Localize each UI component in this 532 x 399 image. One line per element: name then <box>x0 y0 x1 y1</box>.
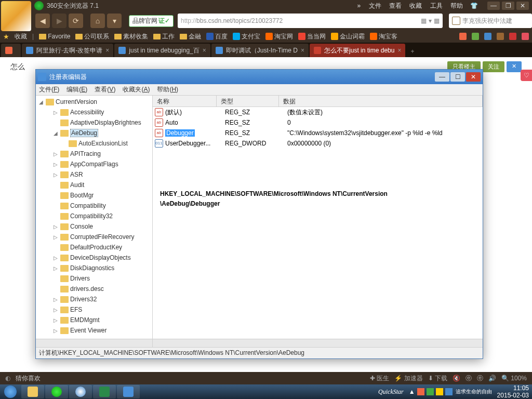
list-header[interactable]: 名称 类型 数据 <box>153 96 483 107</box>
tree-node[interactable]: ▷DeviceDisplayObjects <box>36 252 152 263</box>
home-button[interactable]: ⌂ <box>90 14 105 28</box>
bookmark-kingsoft[interactable]: 金山词霸 <box>331 32 365 41</box>
tree-node[interactable]: ▷AppCompatFlags <box>36 159 152 169</box>
bookmark-baidu[interactable]: 百度 <box>206 32 228 41</box>
menu-help[interactable]: 帮助(H) <box>157 85 178 94</box>
system-tray[interactable]: ▲ <box>409 388 456 395</box>
ext-icon[interactable] <box>497 33 504 40</box>
tree-node[interactable]: DefaultProductKey <box>36 242 152 252</box>
ie-mode-icon-2[interactable]: ⓔ <box>477 374 483 383</box>
tree-node[interactable]: Audit <box>36 180 152 190</box>
menu-edit[interactable]: 编辑(E) <box>66 85 87 94</box>
tab-close-icon[interactable]: × <box>203 47 206 54</box>
tree-node[interactable]: AdaptiveDisplayBrightnes <box>36 117 152 128</box>
guess-you-like[interactable]: 猜你喜欢 <box>16 374 41 383</box>
tab-pinned[interactable] <box>1 44 21 57</box>
search-engine-icon[interactable] <box>452 17 460 25</box>
favorites-star-icon[interactable]: ★ <box>3 33 9 41</box>
tree-node[interactable]: drivers.desc <box>36 284 152 294</box>
tab-close-icon[interactable]: × <box>105 47 109 54</box>
new-tab-button[interactable]: + <box>406 46 418 57</box>
ext-icon[interactable] <box>472 33 479 40</box>
registry-value-row[interactable]: abAutoREG_SZ0 <box>153 117 483 128</box>
zoom-label[interactable]: 🔍 100% <box>501 375 527 382</box>
avatar[interactable] <box>1 1 31 31</box>
tree-node[interactable]: ◢AeDebug <box>36 128 152 138</box>
doctor-button[interactable]: ✚ 医生 <box>370 374 389 383</box>
menu-file[interactable]: 文件(F) <box>39 85 59 94</box>
tray-icon[interactable] <box>417 388 424 395</box>
registry-value-row[interactable]: ab(默认)REG_SZ(数值未设置) <box>153 107 483 117</box>
menu-more[interactable]: » <box>357 2 361 9</box>
tree-node[interactable]: ▷Drivers32 <box>36 294 152 304</box>
tab-alitrip[interactable]: 阿里旅行·去啊-改签申请× <box>22 44 113 57</box>
ext-icon[interactable] <box>484 33 491 40</box>
back-button[interactable]: ◀ <box>35 14 50 28</box>
registry-tree[interactable]: ◢CurrentVersion ▷AccessibilityAdaptiveDi… <box>36 96 153 347</box>
volume-icon[interactable]: 🔊 <box>488 375 496 382</box>
ie-mode-icon[interactable]: ⓔ <box>466 374 472 383</box>
tree-node[interactable]: AutoExclusionList <box>36 138 152 149</box>
ext-icon[interactable] <box>522 33 529 40</box>
maximize-button[interactable]: ❐ <box>502 2 514 10</box>
list-scrollbar[interactable] <box>153 339 483 347</box>
close-button[interactable]: ✕ <box>516 2 529 10</box>
col-data[interactable]: 数据 <box>279 96 483 107</box>
brand-badge[interactable]: 品牌官网 证✓ <box>129 15 174 27</box>
forward-button[interactable]: ▶ <box>52 14 66 28</box>
tree-node[interactable]: Compatibility <box>36 201 152 211</box>
minimize-button[interactable]: — <box>487 2 500 10</box>
registry-value-row[interactable]: abDebuggerREG_SZ"C:\Windows\system32\vsj… <box>153 128 483 138</box>
tab-jit-debug[interactable]: 即时调试（Just-In-Time D× <box>211 44 309 57</box>
registry-value-row[interactable]: 011UserDebugger...REG_DWORD0x00000000 (0… <box>153 138 483 149</box>
bookmark-dangdang[interactable]: 当当网 <box>298 32 326 41</box>
tray-icon[interactable] <box>427 388 434 395</box>
menu-view[interactable]: 查看 <box>389 2 402 9</box>
menu-favorites[interactable]: 收藏夹(A) <box>123 85 150 94</box>
tree-node[interactable]: Drivers <box>36 273 152 284</box>
dropdown-icon[interactable]: ▾ <box>429 17 432 24</box>
tree-node[interactable]: Compatibility32 <box>36 211 152 221</box>
task-app1[interactable] <box>93 385 116 398</box>
bookmark-work[interactable]: 工作 <box>153 32 175 41</box>
maximize-button[interactable]: ☐ <box>450 72 465 82</box>
bookmark-taobaoke[interactable]: 淘宝客 <box>370 32 397 41</box>
search-input[interactable]: 李克强庆祝中法建 <box>449 14 532 28</box>
regedit-titlebar[interactable]: 注册表编辑器 — ☐ ✕ <box>36 70 483 84</box>
tree-node[interactable]: ▷DiskDiagnostics <box>36 263 152 273</box>
close-button[interactable]: ✕ <box>466 72 481 82</box>
follow-button[interactable]: 关注 <box>483 61 504 72</box>
task-sogou[interactable] <box>69 385 92 398</box>
reload-button[interactable]: ⟳ <box>69 14 83 28</box>
menu-view[interactable]: 查看(V) <box>95 85 115 94</box>
tab-baidu-jit[interactable]: just in time debugging_百× <box>114 44 210 57</box>
tab-csdn[interactable]: 怎么不要just in time debu× <box>310 44 405 57</box>
tab-close-icon[interactable]: × <box>301 47 304 54</box>
task-regedit[interactable] <box>117 385 140 398</box>
stop-button[interactable]: ▾ <box>107 14 122 28</box>
task-explorer[interactable] <box>21 385 44 398</box>
tray-network-icon[interactable] <box>445 388 453 395</box>
menu-help[interactable]: 帮助 <box>450 2 463 9</box>
taskbar-clock[interactable]: 11:05 2015-02-03 <box>494 384 532 399</box>
qr-icon[interactable]: ▦ <box>421 17 427 24</box>
bookmark-finance[interactable]: 金融 <box>180 32 201 41</box>
ext-icon[interactable] <box>459 33 467 40</box>
minimize-button[interactable]: — <box>435 72 449 82</box>
menu-favorites[interactable]: 收藏 <box>409 2 422 9</box>
start-button[interactable] <box>0 384 21 399</box>
menu-tools[interactable]: 工具 <box>430 2 443 9</box>
ext-icon[interactable] <box>509 33 516 40</box>
task-360browser[interactable] <box>45 385 68 398</box>
mute-icon[interactable]: 🔇 <box>453 375 460 382</box>
tree-node[interactable]: ▷Accessibility <box>36 107 152 117</box>
quickstar-label[interactable]: QuickStar <box>378 388 404 396</box>
download-button[interactable]: ⬇ 下载 <box>428 374 447 383</box>
tree-scrollbar[interactable] <box>36 339 152 347</box>
favorites-label[interactable]: 收藏 <box>15 32 27 41</box>
bookmark-alipay[interactable]: 支付宝 <box>233 32 260 41</box>
tree-node[interactable]: ▷Event Viewer <box>36 325 152 336</box>
accelerator-button[interactable]: ⚡ 加速器 <box>394 374 422 383</box>
url-input[interactable]: http://bbs.csdn.net/topics/210023772 ▦ ▾… <box>178 14 443 28</box>
tree-node[interactable]: ▷ASR <box>36 169 152 180</box>
